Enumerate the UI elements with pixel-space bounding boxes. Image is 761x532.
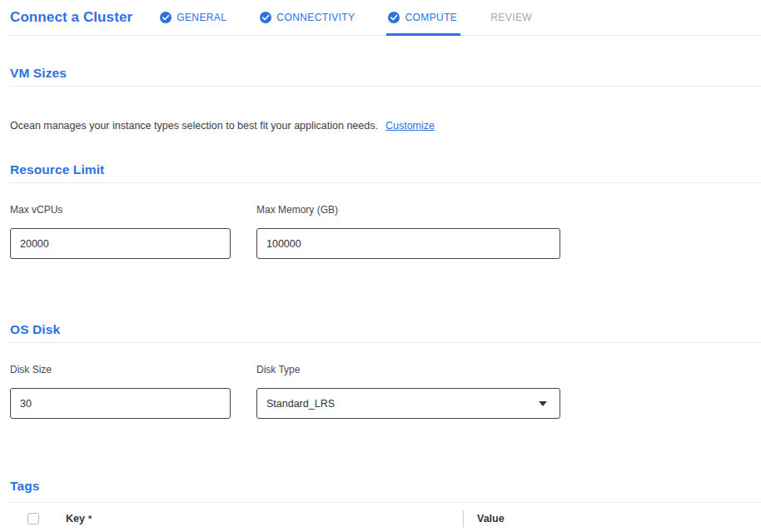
wizard-header: Connect a Cluster GENERAL CONNECTIVITY C… bbox=[10, 0, 761, 36]
customize-link[interactable]: Customize bbox=[385, 120, 435, 132]
column-divider bbox=[463, 510, 464, 527]
max-memory-label: Max Memory (GB) bbox=[256, 204, 338, 216]
tab-compute-label: COMPUTE bbox=[405, 12, 457, 23]
page-title: Connect a Cluster bbox=[10, 9, 132, 26]
tags-table-header: Key* Value bbox=[10, 503, 761, 532]
tab-compute[interactable]: COMPUTE bbox=[388, 0, 457, 35]
select-all-checkbox[interactable] bbox=[27, 513, 39, 525]
disk-type-label: Disk Type bbox=[256, 364, 300, 375]
disk-size-input[interactable] bbox=[10, 388, 231, 419]
tab-review[interactable]: REVIEW bbox=[490, 0, 532, 35]
vm-sizes-heading: VM Sizes bbox=[10, 66, 761, 87]
os-disk-heading: OS Disk bbox=[10, 322, 761, 343]
tab-general-label: GENERAL bbox=[177, 12, 226, 23]
tags-heading: Tags bbox=[10, 479, 761, 503]
value-column-header: Value bbox=[477, 513, 505, 525]
tab-connectivity[interactable]: CONNECTIVITY bbox=[260, 0, 355, 35]
tab-general[interactable]: GENERAL bbox=[160, 0, 226, 35]
key-column-label: Key bbox=[66, 513, 85, 525]
key-required-marker: * bbox=[88, 514, 92, 524]
vm-sizes-description: Ocean manages your instance types select… bbox=[10, 120, 761, 132]
tab-connectivity-label: CONNECTIVITY bbox=[276, 12, 355, 23]
max-memory-input[interactable] bbox=[256, 228, 560, 259]
disk-type-select[interactable]: Standard_LRS bbox=[256, 388, 560, 419]
vm-sizes-description-text: Ocean manages your instance types select… bbox=[10, 120, 378, 132]
check-circle-icon bbox=[160, 12, 172, 23]
tab-review-label: REVIEW bbox=[490, 12, 532, 23]
resource-limit-heading: Resource Limit bbox=[10, 162, 761, 183]
key-column-header: Key* bbox=[66, 513, 463, 525]
check-circle-icon bbox=[388, 12, 400, 23]
disk-type-selected-value: Standard_LRS bbox=[266, 398, 335, 410]
max-vcpus-input[interactable] bbox=[10, 228, 231, 259]
caret-down-icon bbox=[539, 401, 547, 406]
check-circle-icon bbox=[260, 12, 271, 23]
disk-size-label: Disk Size bbox=[10, 364, 256, 375]
max-vcpus-label: Max vCPUs bbox=[10, 204, 256, 216]
